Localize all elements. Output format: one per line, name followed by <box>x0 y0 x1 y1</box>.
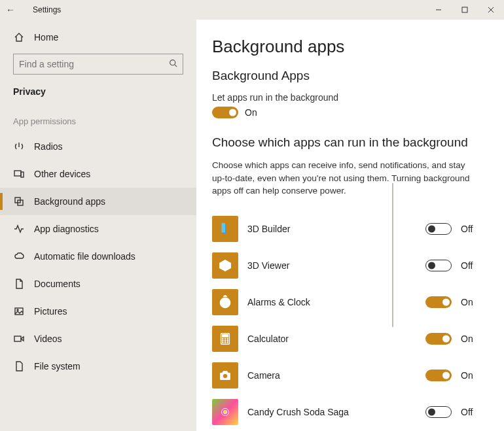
choose-description: Choose which apps can receive info, send… <box>212 159 479 198</box>
app-name: 3D Viewer <box>247 260 416 271</box>
sidebar-item-label: Pictures <box>34 306 67 317</box>
app-name: Candy Crush Soda Saga <box>247 407 416 417</box>
search-box[interactable] <box>13 54 183 75</box>
master-toggle[interactable] <box>212 107 238 118</box>
app-toggle[interactable] <box>425 370 452 381</box>
app-toggle-state: On <box>461 334 479 344</box>
svg-point-28 <box>227 338 228 339</box>
cloud-download-icon <box>13 250 25 262</box>
page-title: Background apps <box>212 37 479 57</box>
background-apps-icon <box>13 196 25 207</box>
sidebar-home-label: Home <box>34 32 58 43</box>
app-toggle-state: Off <box>461 407 479 417</box>
app-row: CalculatorOn <box>212 320 479 357</box>
app-tile <box>212 216 238 242</box>
sidebar-item-label: App diagnostics <box>34 224 99 234</box>
document-icon <box>13 278 25 290</box>
sidebar-item-label: Background apps <box>34 196 105 207</box>
app-toggle[interactable] <box>425 260 452 271</box>
svg-point-33 <box>225 341 226 343</box>
svg-point-31 <box>227 340 228 341</box>
app-row: Candy Crush Soda SagaOff <box>212 394 479 430</box>
app-tile <box>212 399 238 425</box>
picture-icon <box>13 305 25 317</box>
svg-rect-16 <box>222 223 226 233</box>
sidebar-item-file-system[interactable]: File system <box>0 353 196 380</box>
file-system-icon <box>13 360 25 372</box>
nav-list: RadiosOther devicesBackground appsApp di… <box>0 133 196 431</box>
video-icon <box>13 333 25 345</box>
other-devices-icon <box>13 168 25 180</box>
window-title: Settings <box>33 5 61 14</box>
sidebar-home[interactable]: Home <box>0 25 196 50</box>
master-toggle-label: Let apps run in the background <box>212 92 479 103</box>
close-button[interactable] <box>478 0 504 20</box>
sidebar-item-pictures[interactable]: Pictures <box>0 298 196 325</box>
app-toggle[interactable] <box>425 223 452 235</box>
svg-rect-13 <box>14 336 21 341</box>
app-row: 3D ViewerOff <box>212 247 479 284</box>
sidebar-item-background-apps[interactable]: Background apps <box>0 188 196 215</box>
sidebar-item-other-devices[interactable]: Other devices <box>0 160 196 188</box>
app-toggle[interactable] <box>425 296 452 308</box>
master-toggle-state: On <box>245 107 257 118</box>
sidebar-item-label: Videos <box>34 334 62 344</box>
sidebar-item-label: Radios <box>34 141 63 152</box>
svg-rect-7 <box>14 171 21 176</box>
sidebar-item-label: File system <box>34 361 81 371</box>
app-tile <box>212 362 238 388</box>
search-icon <box>169 59 177 69</box>
window-controls <box>425 0 504 20</box>
app-tile <box>212 289 238 315</box>
sidebar-item-label: Other devices <box>34 169 90 179</box>
svg-point-37 <box>223 410 227 414</box>
app-toggle[interactable] <box>425 406 452 418</box>
diagnostics-icon <box>13 223 25 235</box>
svg-point-12 <box>17 309 18 311</box>
svg-point-30 <box>225 340 226 341</box>
master-heading: Background Apps <box>212 69 479 83</box>
app-name: 3D Builder <box>247 224 416 234</box>
svg-line-5 <box>175 65 177 67</box>
back-button[interactable]: ← <box>0 5 21 15</box>
search-input[interactable] <box>19 59 169 69</box>
sidebar-item-app-diagnostics[interactable]: App diagnostics <box>0 215 196 243</box>
sidebar: Home Privacy App permissions RadiosOther… <box>0 20 196 431</box>
app-row: 3D BuilderOff <box>212 211 479 247</box>
svg-point-32 <box>222 341 223 343</box>
sidebar-item-radios[interactable]: Radios <box>0 133 196 160</box>
sidebar-item-videos[interactable]: Videos <box>0 325 196 353</box>
app-name: Calculator <box>247 334 416 344</box>
radios-icon <box>13 141 25 152</box>
app-name: Camera <box>247 370 416 381</box>
svg-point-4 <box>170 60 175 65</box>
minimize-button[interactable] <box>425 0 452 20</box>
sidebar-item-automatic-file-downloads[interactable]: Automatic file downloads <box>0 243 196 270</box>
sidebar-item-documents[interactable]: Documents <box>0 270 196 298</box>
scroll-indicator[interactable] <box>392 183 393 327</box>
app-toggle[interactable] <box>425 333 452 345</box>
choose-heading: Choose which apps can run in the backgro… <box>212 135 479 150</box>
group-label: App permissions <box>0 101 196 133</box>
app-name: Alarms & Clock <box>247 297 416 307</box>
app-toggle-state: Off <box>461 224 479 234</box>
category-label: Privacy <box>0 81 196 101</box>
maximize-button[interactable] <box>452 0 478 20</box>
app-row: CameraOn <box>212 357 479 394</box>
app-row: Alarms & ClockOn <box>212 284 479 320</box>
svg-rect-25 <box>222 334 228 337</box>
app-tile <box>212 326 238 352</box>
app-toggle-state: On <box>461 370 479 381</box>
svg-rect-1 <box>462 7 467 12</box>
app-toggle-state: Off <box>461 260 479 271</box>
app-toggle-state: On <box>461 297 479 307</box>
svg-point-26 <box>222 338 223 339</box>
titlebar: ← Settings <box>0 0 504 20</box>
svg-point-35 <box>223 373 227 378</box>
app-tile <box>212 252 238 279</box>
svg-point-34 <box>227 341 228 343</box>
svg-rect-8 <box>21 172 24 177</box>
home-icon <box>13 31 25 43</box>
main-content: Background apps Background Apps Let apps… <box>196 20 504 431</box>
apps-list: 3D BuilderOff3D ViewerOffAlarms & ClockO… <box>212 211 479 430</box>
